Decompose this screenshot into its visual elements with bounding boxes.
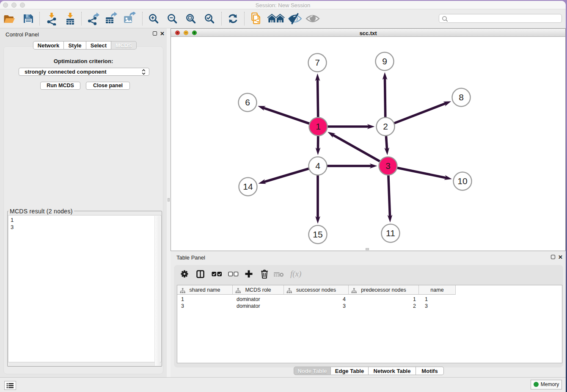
svg-text:1: 1 xyxy=(316,121,321,131)
svg-text:9: 9 xyxy=(382,56,387,66)
svg-text:7: 7 xyxy=(315,58,320,67)
svg-text:2: 2 xyxy=(383,121,388,131)
svg-text:6: 6 xyxy=(245,97,250,107)
svg-text:10: 10 xyxy=(457,176,467,186)
svg-text:11: 11 xyxy=(386,228,395,238)
svg-text:3: 3 xyxy=(385,161,391,171)
svg-text:15: 15 xyxy=(313,229,322,239)
svg-text:8: 8 xyxy=(459,92,464,102)
svg-text:4: 4 xyxy=(315,161,320,171)
svg-text:14: 14 xyxy=(243,182,253,191)
